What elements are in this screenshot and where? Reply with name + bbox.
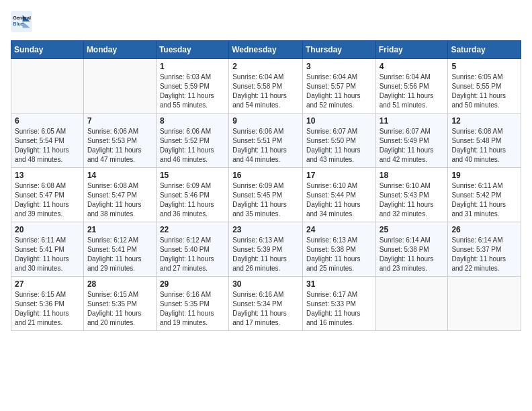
logo: General Blue: [11, 11, 32, 32]
day-number: 12: [451, 116, 517, 126]
calendar-cell: 10Sunrise: 6:07 AM Sunset: 5:50 PM Dayli…: [302, 113, 375, 168]
day-header-tuesday: Tuesday: [156, 41, 228, 59]
calendar-cell: 3Sunrise: 6:04 AM Sunset: 5:57 PM Daylig…: [302, 59, 375, 113]
calendar-cell: 9Sunrise: 6:06 AM Sunset: 5:51 PM Daylig…: [229, 113, 303, 168]
day-info: Sunrise: 6:09 AM Sunset: 5:46 PM Dayligh…: [160, 181, 225, 219]
day-number: 19: [451, 171, 517, 180]
day-info: Sunrise: 6:06 AM Sunset: 5:51 PM Dayligh…: [232, 127, 299, 165]
day-info: Sunrise: 6:03 AM Sunset: 5:59 PM Dayligh…: [160, 73, 225, 110]
calendar-cell: 1Sunrise: 6:03 AM Sunset: 5:59 PM Daylig…: [156, 59, 228, 113]
page-header: General Blue: [11, 11, 521, 32]
calendar-cell: 17Sunrise: 6:10 AM Sunset: 5:44 PM Dayli…: [302, 168, 375, 222]
day-info: Sunrise: 6:14 AM Sunset: 5:38 PM Dayligh…: [380, 236, 445, 273]
day-number: 26: [451, 225, 517, 234]
day-number: 31: [306, 279, 372, 289]
day-info: Sunrise: 6:05 AM Sunset: 5:55 PM Dayligh…: [451, 73, 517, 110]
day-info: Sunrise: 6:04 AM Sunset: 5:58 PM Dayligh…: [232, 73, 299, 110]
calendar-cell: 14Sunrise: 6:08 AM Sunset: 5:47 PM Dayli…: [83, 168, 156, 222]
day-info: Sunrise: 6:13 AM Sunset: 5:38 PM Dayligh…: [306, 236, 372, 273]
day-info: Sunrise: 6:16 AM Sunset: 5:34 PM Dayligh…: [232, 290, 299, 328]
day-info: Sunrise: 6:04 AM Sunset: 5:56 PM Dayligh…: [380, 73, 445, 110]
day-info: Sunrise: 6:17 AM Sunset: 5:33 PM Dayligh…: [306, 290, 372, 328]
day-info: Sunrise: 6:06 AM Sunset: 5:53 PM Dayligh…: [87, 127, 152, 165]
calendar-cell: 16Sunrise: 6:09 AM Sunset: 5:45 PM Dayli…: [229, 168, 303, 222]
calendar-cell: 28Sunrise: 6:15 AM Sunset: 5:35 PM Dayli…: [83, 277, 156, 331]
calendar-cell: 26Sunrise: 6:14 AM Sunset: 5:37 PM Dayli…: [448, 222, 521, 277]
day-header-thursday: Thursday: [302, 41, 375, 59]
day-number: 9: [232, 116, 299, 126]
calendar-cell: 15Sunrise: 6:09 AM Sunset: 5:46 PM Dayli…: [156, 168, 228, 222]
calendar-cell: 22Sunrise: 6:12 AM Sunset: 5:40 PM Dayli…: [156, 222, 228, 277]
day-info: Sunrise: 6:07 AM Sunset: 5:49 PM Dayligh…: [380, 127, 445, 165]
calendar-cell: 29Sunrise: 6:16 AM Sunset: 5:35 PM Dayli…: [156, 277, 228, 331]
day-number: 18: [380, 171, 445, 180]
day-number: 14: [87, 171, 152, 180]
day-number: 24: [306, 225, 372, 234]
calendar-cell: 2Sunrise: 6:04 AM Sunset: 5:58 PM Daylig…: [229, 59, 303, 113]
calendar-cell: 27Sunrise: 6:15 AM Sunset: 5:36 PM Dayli…: [11, 277, 84, 331]
day-number: 7: [87, 116, 152, 126]
calendar-cell: 31Sunrise: 6:17 AM Sunset: 5:33 PM Dayli…: [302, 277, 375, 331]
day-number: 1: [160, 62, 225, 71]
day-number: 2: [232, 62, 299, 71]
calendar-cell: 13Sunrise: 6:08 AM Sunset: 5:47 PM Dayli…: [11, 168, 84, 222]
day-info: Sunrise: 6:12 AM Sunset: 5:41 PM Dayligh…: [87, 236, 152, 273]
day-header-saturday: Saturday: [448, 41, 521, 59]
day-info: Sunrise: 6:12 AM Sunset: 5:40 PM Dayligh…: [160, 236, 225, 273]
day-info: Sunrise: 6:09 AM Sunset: 5:45 PM Dayligh…: [232, 181, 299, 219]
calendar-cell: 30Sunrise: 6:16 AM Sunset: 5:34 PM Dayli…: [229, 277, 303, 331]
svg-text:Blue: Blue: [13, 21, 24, 27]
day-number: 23: [232, 225, 299, 234]
day-number: 22: [160, 225, 225, 234]
day-header-wednesday: Wednesday: [229, 41, 303, 59]
calendar-cell: 11Sunrise: 6:07 AM Sunset: 5:49 PM Dayli…: [375, 113, 448, 168]
day-info: Sunrise: 6:04 AM Sunset: 5:57 PM Dayligh…: [306, 73, 372, 110]
day-number: 11: [380, 116, 445, 126]
calendar-cell: 21Sunrise: 6:12 AM Sunset: 5:41 PM Dayli…: [83, 222, 156, 277]
day-info: Sunrise: 6:07 AM Sunset: 5:50 PM Dayligh…: [306, 127, 372, 165]
day-info: Sunrise: 6:16 AM Sunset: 5:35 PM Dayligh…: [160, 290, 225, 328]
day-number: 27: [15, 279, 80, 289]
day-number: 10: [306, 116, 372, 126]
day-info: Sunrise: 6:08 AM Sunset: 5:47 PM Dayligh…: [87, 181, 152, 219]
day-info: Sunrise: 6:15 AM Sunset: 5:35 PM Dayligh…: [87, 290, 152, 328]
day-number: 25: [380, 225, 445, 234]
day-number: 13: [15, 171, 80, 180]
day-number: 28: [87, 279, 152, 289]
calendar-cell: [83, 59, 156, 113]
day-info: Sunrise: 6:14 AM Sunset: 5:37 PM Dayligh…: [451, 236, 517, 273]
day-number: 5: [451, 62, 517, 71]
calendar-cell: 12Sunrise: 6:08 AM Sunset: 5:48 PM Dayli…: [448, 113, 521, 168]
day-number: 6: [15, 116, 80, 126]
calendar-cell: 6Sunrise: 6:05 AM Sunset: 5:54 PM Daylig…: [11, 113, 84, 168]
calendar-cell: 24Sunrise: 6:13 AM Sunset: 5:38 PM Dayli…: [302, 222, 375, 277]
day-number: 4: [380, 62, 445, 71]
day-number: 8: [160, 116, 225, 126]
calendar-cell: 8Sunrise: 6:06 AM Sunset: 5:52 PM Daylig…: [156, 113, 228, 168]
day-info: Sunrise: 6:10 AM Sunset: 5:44 PM Dayligh…: [306, 181, 372, 219]
day-info: Sunrise: 6:15 AM Sunset: 5:36 PM Dayligh…: [15, 290, 80, 328]
day-number: 29: [160, 279, 225, 289]
day-info: Sunrise: 6:08 AM Sunset: 5:47 PM Dayligh…: [15, 181, 80, 219]
day-info: Sunrise: 6:11 AM Sunset: 5:41 PM Dayligh…: [15, 236, 80, 273]
day-info: Sunrise: 6:10 AM Sunset: 5:43 PM Dayligh…: [380, 181, 445, 219]
logo-icon: General Blue: [11, 11, 32, 32]
day-number: 3: [306, 62, 372, 71]
calendar-cell: 25Sunrise: 6:14 AM Sunset: 5:38 PM Dayli…: [375, 222, 448, 277]
day-number: 15: [160, 171, 225, 180]
calendar-cell: 4Sunrise: 6:04 AM Sunset: 5:56 PM Daylig…: [375, 59, 448, 113]
day-info: Sunrise: 6:13 AM Sunset: 5:39 PM Dayligh…: [232, 236, 299, 273]
calendar-cell: [448, 277, 521, 331]
day-number: 17: [306, 171, 372, 180]
calendar-cell: 5Sunrise: 6:05 AM Sunset: 5:55 PM Daylig…: [448, 59, 521, 113]
calendar-cell: [11, 59, 84, 113]
day-number: 16: [232, 171, 299, 180]
day-info: Sunrise: 6:05 AM Sunset: 5:54 PM Dayligh…: [15, 127, 80, 165]
day-info: Sunrise: 6:06 AM Sunset: 5:52 PM Dayligh…: [160, 127, 225, 165]
day-header-sunday: Sunday: [11, 41, 84, 59]
calendar-cell: 7Sunrise: 6:06 AM Sunset: 5:53 PM Daylig…: [83, 113, 156, 168]
day-number: 30: [232, 279, 299, 289]
calendar-table: SundayMondayTuesdayWednesdayThursdayFrid…: [11, 40, 521, 331]
svg-text:General: General: [13, 15, 31, 21]
calendar-cell: 20Sunrise: 6:11 AM Sunset: 5:41 PM Dayli…: [11, 222, 84, 277]
